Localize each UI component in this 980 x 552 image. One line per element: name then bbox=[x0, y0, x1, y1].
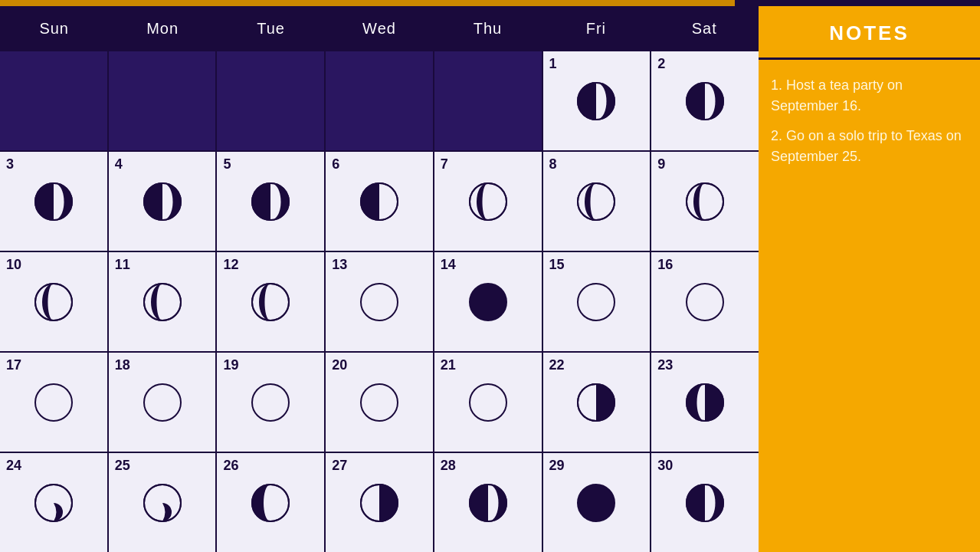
moon-phase-icon bbox=[465, 179, 511, 225]
calendar-cell: 13 bbox=[326, 252, 433, 351]
date-number: 26 bbox=[223, 458, 238, 474]
svg-point-21 bbox=[144, 284, 181, 320]
svg-point-28 bbox=[35, 384, 72, 421]
calendar-cell: 29 bbox=[543, 453, 651, 552]
svg-point-30 bbox=[252, 384, 289, 421]
date-number: 23 bbox=[657, 357, 673, 373]
calendar-cell: 18 bbox=[109, 353, 216, 452]
date-number: 13 bbox=[332, 257, 347, 273]
calendar-cell: 20 bbox=[326, 353, 433, 452]
date-number: 15 bbox=[549, 257, 565, 273]
day-header: Thu bbox=[434, 6, 542, 51]
date-number: 12 bbox=[223, 257, 238, 273]
svg-point-31 bbox=[361, 384, 398, 421]
svg-point-27 bbox=[687, 284, 723, 320]
calendar-cell: 4 bbox=[109, 152, 216, 251]
moon-phase-icon bbox=[573, 78, 619, 124]
calendar-cell: 21 bbox=[434, 353, 542, 452]
moon-phase-icon bbox=[356, 279, 402, 325]
date-number: 6 bbox=[332, 156, 339, 172]
calendar-cell: 11 bbox=[109, 252, 216, 351]
top-bar bbox=[0, 0, 735, 6]
date-number: 27 bbox=[332, 458, 347, 474]
moon-phase-icon bbox=[31, 179, 77, 225]
moon-phase-icon bbox=[356, 380, 402, 426]
svg-point-47 bbox=[578, 485, 615, 521]
day-headers: SunMonTueWedThuFriSat bbox=[0, 6, 759, 51]
calendar-cell: 1 bbox=[543, 51, 651, 150]
notes-header: NOTES bbox=[759, 6, 980, 60]
date-number: 19 bbox=[223, 357, 238, 373]
date-number: 21 bbox=[441, 357, 456, 373]
date-number: 2 bbox=[657, 56, 665, 72]
calendar-cell: 15 bbox=[543, 252, 651, 351]
moon-phase-icon bbox=[573, 179, 619, 225]
svg-point-19 bbox=[35, 284, 72, 320]
calendar-cell: 9 bbox=[651, 152, 759, 251]
day-header: Wed bbox=[325, 6, 433, 51]
notes-section: NOTES 1. Host a tea party on September 1… bbox=[759, 6, 980, 552]
moon-phase-icon bbox=[682, 380, 728, 426]
moon-phase-icon bbox=[31, 279, 77, 325]
moon-phase-icon bbox=[31, 480, 77, 526]
moon-phase-icon bbox=[682, 78, 728, 124]
calendar-cell bbox=[326, 51, 433, 150]
moon-phase-icon bbox=[682, 279, 728, 325]
moon-phase-icon bbox=[139, 380, 185, 426]
moon-phase-icon bbox=[573, 380, 619, 426]
svg-point-23 bbox=[252, 284, 289, 320]
calendar-cell: 17 bbox=[0, 353, 107, 452]
day-header: Fri bbox=[542, 6, 650, 51]
date-number: 29 bbox=[549, 458, 565, 474]
date-number: 5 bbox=[223, 156, 231, 172]
svg-point-32 bbox=[470, 384, 506, 421]
moon-phase-icon bbox=[573, 480, 619, 526]
calendar-cell: 3 bbox=[0, 152, 107, 251]
calendar-cell bbox=[217, 51, 324, 150]
moon-phase-icon bbox=[247, 480, 293, 526]
moon-phase-icon bbox=[682, 179, 728, 225]
date-number: 7 bbox=[441, 156, 448, 172]
calendar-cell: 7 bbox=[434, 152, 542, 251]
calendar-cell: 27 bbox=[326, 453, 433, 552]
calendar-grid: 1 2 3 4 5 6 bbox=[0, 51, 759, 552]
date-number: 16 bbox=[657, 257, 673, 273]
note-item: 1. Host a tea party on September 16. bbox=[771, 75, 968, 117]
moon-phase-icon bbox=[31, 380, 77, 426]
svg-point-15 bbox=[578, 183, 615, 220]
day-header: Mon bbox=[108, 6, 216, 51]
date-number: 8 bbox=[549, 156, 557, 172]
notes-content: 1. Host a tea party on September 16.2. G… bbox=[759, 60, 980, 192]
date-number: 17 bbox=[6, 357, 21, 373]
date-number: 24 bbox=[6, 458, 21, 474]
main-container: SunMonTueWedThuFriSat 1 2 3 4 5 bbox=[0, 6, 980, 552]
calendar-cell: 25 bbox=[109, 453, 216, 552]
svg-point-29 bbox=[144, 384, 181, 421]
date-number: 10 bbox=[6, 257, 21, 273]
svg-point-25 bbox=[470, 284, 506, 320]
date-number: 20 bbox=[332, 357, 347, 373]
day-header: Sun bbox=[0, 6, 108, 51]
calendar-cell bbox=[0, 51, 107, 150]
date-number: 3 bbox=[6, 156, 14, 172]
calendar-cell: 2 bbox=[651, 51, 759, 150]
moon-phase-icon bbox=[139, 279, 185, 325]
moon-phase-icon bbox=[465, 480, 511, 526]
moon-phase-icon bbox=[356, 179, 402, 225]
date-number: 22 bbox=[549, 357, 565, 373]
date-number: 1 bbox=[549, 56, 557, 72]
moon-phase-icon bbox=[573, 279, 619, 325]
calendar-cell: 19 bbox=[217, 353, 324, 452]
svg-point-24 bbox=[361, 284, 398, 320]
calendar-cell: 12 bbox=[217, 252, 324, 351]
moon-phase-icon bbox=[247, 179, 293, 225]
date-number: 25 bbox=[115, 458, 130, 474]
moon-phase-icon bbox=[247, 279, 293, 325]
moon-phase-icon bbox=[465, 380, 511, 426]
calendar-cell: 14 bbox=[434, 252, 542, 351]
svg-point-26 bbox=[578, 284, 615, 320]
notes-title: NOTES bbox=[771, 21, 968, 45]
svg-point-13 bbox=[470, 183, 506, 220]
calendar-cell: 10 bbox=[0, 252, 107, 351]
note-item: 2. Go on a solo trip to Texas on Septemb… bbox=[771, 126, 968, 167]
